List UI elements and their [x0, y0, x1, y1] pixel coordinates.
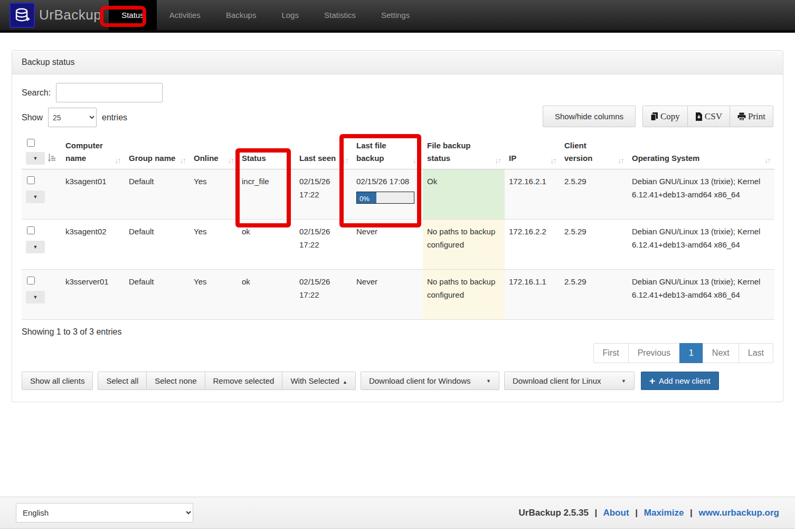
nav-tab-logs[interactable]: Logs: [269, 0, 311, 30]
brand-name: UrBackup: [39, 7, 101, 23]
copy-icon: [650, 112, 658, 121]
sort-icon[interactable]: ↓↑: [548, 156, 556, 165]
last-seen-cell: 02/15/26 17:22: [295, 270, 352, 320]
file-backup-status-cell: No paths to backup configured: [423, 270, 505, 320]
sort-icon[interactable]: ↓↑: [616, 156, 623, 165]
nav-tab-settings[interactable]: Settings: [368, 0, 422, 30]
computer-name-cell: k3sagent01: [61, 169, 125, 220]
column-header-last_seen[interactable]: Last seen↓↑: [295, 135, 352, 169]
page-button-last[interactable]: Last: [739, 343, 773, 363]
csv-button[interactable]: CSV: [687, 106, 730, 127]
page-button-1[interactable]: 1: [679, 343, 703, 363]
file-backup-status-cell: No paths to backup configured: [423, 220, 505, 270]
column-label: Computer name: [65, 139, 112, 165]
with-selected-button[interactable]: With Selected▲: [282, 372, 355, 390]
row-checkbox[interactable]: [27, 226, 35, 234]
select-all-header: ▼: [22, 135, 61, 169]
entries-label: entries: [102, 113, 127, 122]
select-none-button[interactable]: Select none: [146, 372, 205, 390]
column-header-ip[interactable]: IP↓↑: [505, 135, 560, 169]
column-label: IP: [509, 152, 548, 165]
column-header-status[interactable]: Status↓↑: [238, 135, 295, 169]
ip-cell: 172.16.2.2: [505, 220, 560, 270]
row-checkbox[interactable]: [27, 176, 35, 184]
sort-icon[interactable]: ↓↑: [225, 156, 233, 165]
page-button-previous[interactable]: Previous: [628, 343, 680, 363]
sort-icon[interactable]: ↓↑: [411, 156, 419, 165]
page-button-first[interactable]: First: [593, 343, 629, 363]
column-header-online[interactable]: Online↓↑: [190, 135, 238, 169]
column-header-file_status[interactable]: File backup status↓↑: [423, 135, 505, 169]
column-header-computer[interactable]: Computer name↓↑: [61, 135, 125, 169]
group-name-cell: Default: [125, 270, 190, 320]
computer-name-cell: k3sserver01: [61, 270, 125, 320]
brand[interactable]: UrBackup: [0, 0, 109, 30]
select-all-checkbox[interactable]: [27, 139, 35, 147]
panel-title: Backup status: [12, 51, 783, 74]
row-expand-button[interactable]: ▼: [26, 191, 45, 203]
file-backup-status-cell: Ok: [423, 169, 505, 220]
footer-bar: English UrBackup 2.5.35 | About | Maximi…: [0, 497, 795, 529]
print-button[interactable]: Print: [730, 106, 773, 127]
urbackup-org-link[interactable]: www.urbackup.org: [699, 508, 779, 518]
last-seen-cell: 02/15/26 17:22: [295, 169, 352, 220]
caret-down-icon: ▼: [33, 244, 38, 250]
backup-status-table: ▼ Computer name↓↑Group name↓↑Online↓↑Sta…: [22, 135, 774, 320]
row-expand-button[interactable]: ▼: [26, 291, 45, 303]
copy-button[interactable]: Copy: [642, 106, 688, 127]
page-length-select[interactable]: 25: [48, 108, 97, 127]
search-label: Search:: [22, 88, 51, 98]
backup-progress-bar: 0%: [356, 192, 414, 204]
last-seen-cell: 02/15/26 17:22: [295, 220, 352, 270]
select-all-button[interactable]: Select all: [98, 372, 147, 390]
sort-icon[interactable]: ↓↑: [112, 156, 120, 165]
download-client-windows-dropdown[interactable]: Download client for Windows▼: [361, 372, 499, 390]
operating-system-cell: Debian GNU/Linux 13 (trixie); Kernel 6.1…: [628, 220, 774, 270]
caret-down-icon: ▼: [33, 156, 38, 161]
show-hide-columns-button[interactable]: Show/hide columns: [543, 106, 636, 127]
footer-info: UrBackup 2.5.35 | About | Maximize | www…: [519, 508, 779, 518]
row-checkbox[interactable]: [27, 277, 35, 284]
operating-system-cell: Debian GNU/Linux 13 (trixie); Kernel 6.1…: [628, 169, 774, 220]
column-header-version[interactable]: Client version↓↑: [560, 135, 628, 169]
remove-selected-button[interactable]: Remove selected: [205, 372, 283, 390]
sort-icon[interactable]: ↓↑: [177, 156, 185, 165]
print-icon: [737, 112, 746, 121]
nav-tab-activities[interactable]: Activities: [157, 0, 213, 30]
column-header-last_file[interactable]: Last file backup↓↑: [352, 135, 423, 169]
backup-status-panel: Backup status Search: Show 25 entries Sh…: [12, 50, 783, 402]
nav-tab-status[interactable]: Status: [109, 0, 157, 30]
row-expand-button[interactable]: ▼: [26, 241, 45, 253]
caret-down-icon: ▼: [486, 378, 491, 384]
add-new-client-button[interactable]: + Add new client: [641, 372, 719, 390]
header-menu-button[interactable]: ▼: [26, 152, 45, 165]
client-version-cell: 2.5.29: [560, 270, 628, 320]
column-header-group[interactable]: Group name↓↑: [125, 135, 190, 169]
maximize-link[interactable]: Maximize: [644, 508, 684, 518]
group-name-cell: Default: [125, 220, 190, 270]
group-name-cell: Default: [125, 169, 190, 220]
client-version-cell: 2.5.29: [560, 220, 628, 270]
sort-icon[interactable]: ↓↑: [762, 156, 770, 165]
about-link[interactable]: About: [603, 508, 629, 518]
column-label: Operating System: [632, 152, 762, 165]
sort-icon[interactable]: ↓↑: [283, 156, 291, 165]
download-client-linux-dropdown[interactable]: Download client for Linux▼: [504, 372, 635, 390]
sort-icon[interactable]: ↓↑: [340, 156, 348, 165]
last-file-backup-cell: Never: [352, 220, 423, 270]
column-label: Group name: [129, 152, 177, 165]
sort-icon[interactable]: ↓↑: [493, 156, 500, 165]
page-button-next[interactable]: Next: [703, 343, 739, 363]
column-header-os[interactable]: Operating System↓↑: [628, 135, 774, 169]
column-label: Status: [242, 152, 283, 165]
show-all-clients-button[interactable]: Show all clients: [22, 372, 93, 390]
language-select[interactable]: English: [16, 503, 193, 522]
search-input[interactable]: [56, 83, 163, 102]
column-label: File backup status: [427, 139, 493, 165]
operating-system-cell: Debian GNU/Linux 13 (trixie); Kernel 6.1…: [628, 270, 774, 320]
nav-tab-backups[interactable]: Backups: [213, 0, 269, 30]
plus-icon: +: [649, 376, 655, 386]
top-navbar: UrBackup StatusActivitiesBackupsLogsStat…: [0, 0, 795, 33]
nav-tab-statistics[interactable]: Statistics: [311, 0, 368, 30]
show-label: Show: [22, 113, 43, 122]
